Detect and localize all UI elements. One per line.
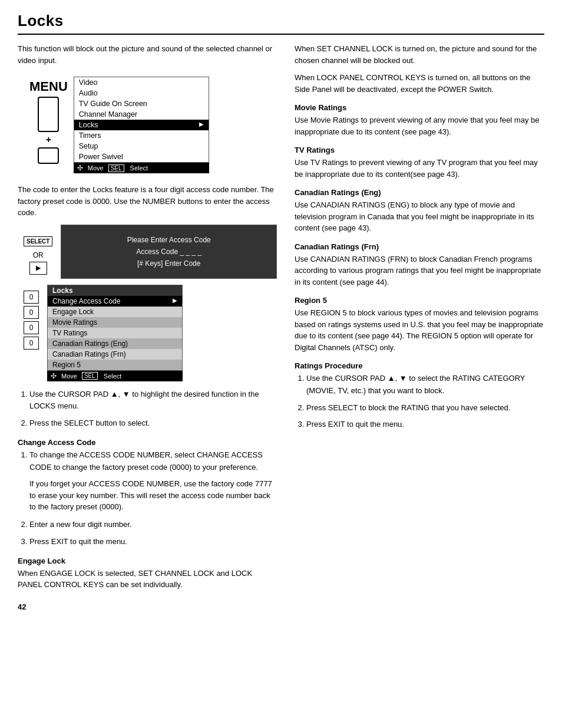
canadian-eng-text: Use CANADIAN RATINGS (ENG) to block any … bbox=[295, 199, 544, 234]
change-access-step3: Press EXIT to quit the menu. bbox=[29, 536, 277, 548]
digit-0-1: 0 bbox=[24, 291, 39, 304]
right-column: When SET CHANNEL LOCK is turned on, the … bbox=[295, 43, 544, 611]
digit-0-4: 0 bbox=[24, 337, 39, 350]
locks-menu-bottom-bar: ✣ Move SEL Select bbox=[47, 371, 183, 381]
move-label: Move bbox=[88, 164, 104, 172]
select-label: Select bbox=[130, 164, 148, 172]
lock-panel-note: When LOCK PANEL CONTROL KEYS is turned o… bbox=[295, 72, 544, 95]
digit-0-2: 0 bbox=[24, 306, 39, 319]
tv-ratings-text: Use TV Ratings to prevent viewing of any… bbox=[295, 157, 544, 180]
main-step-2: Press the SELECT button to select. bbox=[29, 417, 277, 430]
region5-text: Use REGION 5 to block various types of m… bbox=[295, 307, 544, 353]
main-step-1: Use the CURSOR PAD ▲, ▼ to highlight the… bbox=[29, 388, 277, 413]
menu-word: MENU bbox=[29, 79, 68, 94]
remote-buttons: SELECT OR ▶ bbox=[24, 236, 52, 275]
locks-move-label: Move bbox=[61, 373, 77, 380]
locks-item-region5: Region 5 bbox=[48, 360, 183, 371]
locks-item-movie: Movie Ratings bbox=[48, 317, 183, 328]
change-access-steps: To change the ACCESS CODE NUMBER, select… bbox=[18, 449, 277, 548]
locks-header-row: Locks bbox=[48, 285, 183, 296]
change-access-step2: Enter a new four digit number. bbox=[29, 519, 277, 531]
tv-ratings-heading: TV Ratings bbox=[295, 146, 544, 154]
dialog-line2: Access Code _ _ _ _ bbox=[75, 248, 262, 256]
sel-box: SEL bbox=[108, 164, 124, 172]
locks-submenu: 0 0 0 0 Locks Change Access Code Engage … bbox=[24, 285, 277, 381]
region5-heading: Region 5 bbox=[295, 296, 544, 305]
remote-left: MENU + bbox=[29, 79, 68, 164]
page-number: 42 bbox=[18, 602, 277, 611]
access-code-dialog: SELECT OR ▶ Please Enter Access Code Acc… bbox=[24, 225, 277, 279]
left-column: This function will block out the picture… bbox=[18, 43, 277, 611]
ratings-procedure-list: Use the CURSOR PAD ▲, ▼ to select the RA… bbox=[295, 373, 544, 431]
movie-ratings-heading: Movie Ratings bbox=[295, 103, 544, 112]
canadian-frn-text: Use CANADIAN RATINGS (FRN) to block Cana… bbox=[295, 253, 544, 288]
engage-lock-heading: Engage Lock bbox=[18, 556, 277, 565]
plus-sign: + bbox=[46, 134, 51, 145]
menu-table: Video Audio TV Guide On Screen Channel M… bbox=[74, 77, 209, 163]
main-steps-list: Use the CURSOR PAD ▲, ▼ to highlight the… bbox=[18, 388, 277, 430]
remote-body-top bbox=[38, 97, 59, 132]
change-access-step1: To change the ACCESS CODE NUMBER, select… bbox=[29, 449, 277, 513]
ratings-step1: Use the CURSOR PAD ▲, ▼ to select the RA… bbox=[306, 373, 544, 397]
locks-select-label: Select bbox=[104, 373, 122, 380]
select-button-label: SELECT bbox=[24, 236, 52, 246]
engage-lock-text: When ENGAGE LOCK is selected, SET CHANNE… bbox=[18, 568, 277, 591]
engage-lock-note: When SET CHANNEL LOCK is turned on, the … bbox=[295, 43, 544, 66]
locks-sel-box: SEL bbox=[82, 372, 98, 380]
locks-item-canadian-eng: Canadian Ratings (Eng) bbox=[48, 338, 183, 349]
menu-illustration: MENU + Video Audio TV Guide On Screen Ch… bbox=[29, 77, 277, 173]
movie-ratings-text: Use Movie Ratings to prevent viewing of … bbox=[295, 114, 544, 137]
locks-menu-wrapper: Locks Change Access Code Engage Lock Mov… bbox=[47, 285, 183, 381]
digit-buttons: 0 0 0 0 bbox=[24, 291, 39, 350]
menu-item-audio: Audio bbox=[74, 88, 209, 98]
menu-bottom-bar: ✣ Move SEL Select bbox=[74, 163, 209, 173]
ratings-procedure-heading: Ratings Procedure bbox=[295, 361, 544, 370]
page-title: Locks bbox=[18, 12, 544, 35]
change-access-step1b: If you forget your ACCESS CODE NUMBER, u… bbox=[29, 478, 277, 513]
remote-body-bottom bbox=[38, 147, 59, 164]
locks-item-change-access: Change Access Code bbox=[48, 296, 183, 307]
digit-0-3: 0 bbox=[24, 321, 39, 334]
menu-item-power-swivel: Power Swivel bbox=[74, 151, 209, 163]
locks-move-icon: ✣ bbox=[51, 372, 57, 380]
ratings-step3: Press EXIT to quit the menu. bbox=[306, 419, 544, 431]
canadian-frn-heading: Canadian Ratings (Frn) bbox=[295, 242, 544, 251]
locks-item-canadian-frn: Canadian Ratings (Frn) bbox=[48, 349, 183, 360]
dialog-box: Please Enter Access Code Access Code _ _… bbox=[61, 225, 277, 279]
menu-item-tvguide: TV Guide On Screen bbox=[74, 98, 209, 109]
menu-table-wrapper: Video Audio TV Guide On Screen Channel M… bbox=[74, 77, 209, 173]
menu-item-setup: Setup bbox=[74, 141, 209, 151]
or-label: OR bbox=[33, 251, 44, 259]
dialog-line1: Please Enter Access Code bbox=[75, 236, 262, 244]
code-intro-text: The code to enter the Locks feature is a… bbox=[18, 184, 277, 219]
ratings-step2: Press SELECT to block the RATING that yo… bbox=[306, 402, 544, 414]
change-access-heading: Change Access Code bbox=[18, 438, 277, 447]
intro-text: This function will block out the picture… bbox=[18, 43, 277, 66]
locks-item-engage: Engage Lock bbox=[48, 307, 183, 317]
dialog-line3: [# Keys] Enter Code bbox=[75, 259, 262, 268]
locks-menu-table: Locks Change Access Code Engage Lock Mov… bbox=[47, 285, 183, 371]
canadian-eng-heading: Canadian Ratings (Eng) bbox=[295, 188, 544, 197]
move-icon: ✣ bbox=[77, 164, 83, 172]
menu-item-video: Video bbox=[74, 77, 209, 88]
menu-item-channel-manager: Channel Manager bbox=[74, 109, 209, 120]
menu-item-locks: Locks bbox=[74, 120, 209, 130]
cursor-right-button: ▶ bbox=[29, 262, 47, 275]
locks-item-tv: TV Ratings bbox=[48, 328, 183, 338]
menu-item-timers: Timers bbox=[74, 130, 209, 141]
